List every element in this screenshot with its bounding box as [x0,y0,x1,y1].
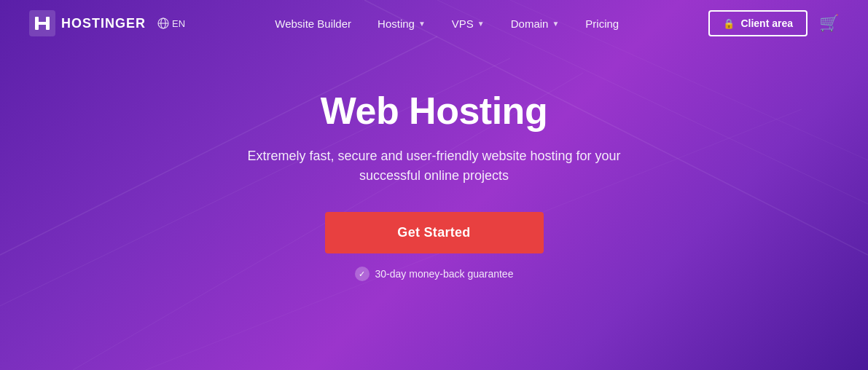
navbar-left: HOSTINGER EN [29,10,185,36]
domain-chevron-icon: ▼ [552,20,559,28]
nav-hosting[interactable]: Hosting ▼ [378,17,426,30]
guarantee-text: 30-day money-back guarantee [375,268,514,280]
navbar-right: 🔒 Client area 🛒 [708,10,839,36]
nav-pricing[interactable]: Pricing [585,17,619,30]
brand-name: HOSTINGER [61,16,146,31]
hero-subtitle: Extremely fast, secure and user-friendly… [245,146,624,186]
hosting-chevron-icon: ▼ [418,20,426,28]
vps-chevron-icon: ▼ [477,20,485,28]
nav-website-builder[interactable]: Website Builder [275,17,351,30]
client-area-button[interactable]: 🔒 Client area [708,10,808,36]
language-selector[interactable]: EN [157,17,185,29]
guarantee-badge: ✓ 30-day money-back guarantee [355,267,514,281]
navbar: HOSTINGER EN Website Builder Hosting ▼ V… [0,0,868,47]
nav-domain[interactable]: Domain ▼ [511,17,560,30]
globe-icon [157,17,169,29]
svg-rect-10 [46,17,50,30]
cart-icon[interactable]: 🛒 [819,14,839,33]
nav-vps[interactable]: VPS ▼ [452,17,485,30]
hero-title: Web Hosting [321,90,547,132]
logo[interactable]: HOSTINGER [29,10,146,36]
lang-label: EN [172,18,185,29]
hero-section: Web Hosting Extremely fast, secure and u… [0,47,868,281]
lock-icon: 🔒 [723,18,735,29]
navbar-center: Website Builder Hosting ▼ VPS ▼ Domain ▼… [275,17,619,30]
check-icon: ✓ [355,267,370,281]
page-wrapper: HOSTINGER EN Website Builder Hosting ▼ V… [0,0,868,370]
get-started-button[interactable]: Get Started [325,212,544,253]
logo-icon [29,10,55,36]
